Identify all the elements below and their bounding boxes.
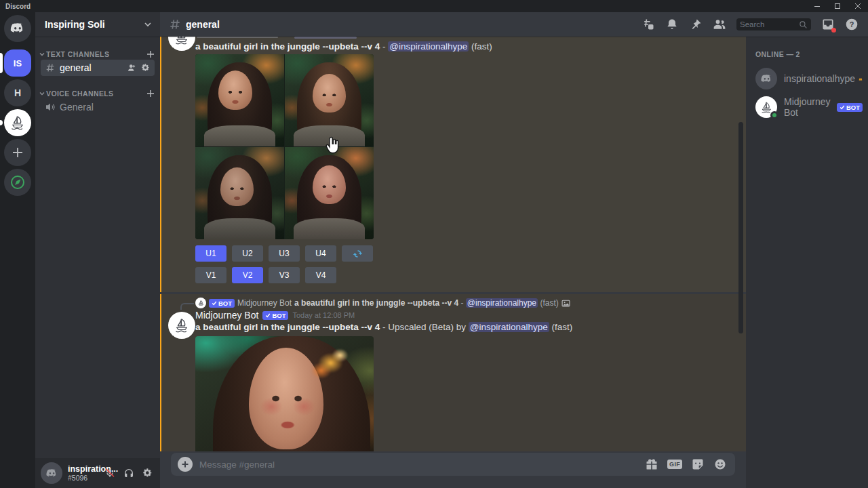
reply-spine [180,303,194,310]
message-author[interactable]: Midjourney Bot [195,310,258,321]
member-name: inspirationalhype [784,73,855,84]
help-icon[interactable]: ? [845,18,859,31]
svg-text:?: ? [850,20,854,28]
server-initials: H [14,87,21,98]
gift-icon[interactable] [645,458,658,471]
emoji-picker-icon[interactable] [713,458,727,471]
minimize-icon[interactable] [807,0,827,12]
user-settings-button[interactable] [140,465,156,481]
voice-channel-general[interactable]: General [41,99,155,115]
midjourney-bot-avatar[interactable] [168,312,195,339]
member-inspirationalhype[interactable]: inspirationalhype [755,65,863,92]
channel-name: General [60,102,94,113]
reroll-button[interactable] [342,245,373,262]
search-box[interactable] [736,18,811,30]
server-icon-h[interactable]: H [4,79,31,106]
reroll-arrows-icon [353,249,363,259]
midjourney-bot-mini-avatar [195,298,206,308]
bot-badge: BOT [262,311,288,320]
channel-sidebar: Inspiring Soli TEXT CHANNELS general VOI… [35,12,160,488]
clipped-header-fragment [197,37,278,38]
deafen-button[interactable] [121,465,137,481]
selected-server-pill [0,53,3,73]
channel-title: general [186,19,220,30]
window-titlebar: Discord [0,0,868,12]
image-attachment-icon [561,299,570,308]
search-input[interactable] [740,20,799,28]
user-mention[interactable]: @inspirationalhype [469,322,549,332]
midjourney-bot-avatar[interactable] [168,37,195,51]
server-icon-midjourney[interactable] [4,109,31,136]
invite-people-icon[interactable] [127,63,137,73]
channel-settings-gear-icon[interactable] [141,63,151,73]
section-chevron-icon [39,52,45,57]
window-title: Discord [5,3,31,10]
reply-author[interactable]: Midjourney Bot [237,298,292,308]
gear-icon [142,468,153,479]
reply-context[interactable]: BOT Midjourney Bot a beautiful girl in t… [195,298,570,308]
upscale-button-u3[interactable]: U3 [269,245,300,262]
user-mention[interactable]: @inspirationalhype [388,41,469,52]
member-list: ONLINE — 2 inspirationalhype Midjourney … [746,37,868,488]
message-midjourney-upscaled: BOT Midjourney Bot a beautiful girl in t… [160,294,746,451]
variation-button-v2[interactable]: V2 [232,267,263,283]
variation-button-v3[interactable]: V3 [269,267,300,283]
channel-item-general[interactable]: general [41,60,155,76]
voice-channels-label: VOICE CHANNELS [46,89,114,98]
inbox-icon[interactable] [821,18,835,31]
gif-picker-icon[interactable]: GIF [667,460,682,469]
reply-prompt: a beautiful girl in the junggle --upbeta… [294,298,458,308]
user-avatar[interactable] [41,462,62,484]
upscale-button-u2[interactable]: U2 [232,245,263,262]
variation-button-v4[interactable]: V4 [305,267,336,283]
server-icon-inspiring-soli[interactable]: IS [4,49,31,77]
upscale-button-u4[interactable]: U4 [305,245,336,262]
chat-scrollbar[interactable] [738,122,743,333]
composer-area: GIF [160,453,746,488]
plus-icon [12,146,24,159]
close-icon[interactable] [848,0,868,12]
midjourney-grid-image[interactable] [195,54,374,239]
upscaled-image[interactable] [195,336,374,451]
message-composer[interactable]: GIF [171,453,735,476]
server-name: Inspiring Soli [45,19,105,30]
member-avatar [755,96,777,118]
create-channel-icon[interactable] [146,50,155,58]
mute-microphone-button[interactable] [102,465,118,481]
create-channel-icon[interactable] [146,89,155,98]
add-server-button[interactable] [4,139,31,166]
inbox-notification-dot [831,28,836,33]
check-icon [265,312,271,318]
discord-logo-icon [760,73,773,85]
channel-header: general ? [160,12,868,37]
message-midjourney-grid: a beautiful girl in the junggle --upbeta… [160,37,746,292]
generated-portrait-1 [195,54,284,146]
maximize-icon[interactable] [827,0,848,12]
member-midjourney-bot[interactable]: Midjourney Bot BOT [755,94,863,121]
home-button[interactable] [4,15,31,42]
notifications-bell-icon[interactable] [665,18,679,31]
attach-plus-icon[interactable] [178,457,193,472]
headphones-icon [123,468,134,479]
sticker-picker-icon[interactable] [691,458,705,471]
upscaled-portrait [195,336,374,451]
message-timestamp: Today at 12:08 PM [292,311,355,319]
pinned-messages-icon[interactable] [689,18,703,31]
user-discriminator: #5096 [68,474,99,482]
member-avatar [755,68,777,89]
message-list: a beautiful girl in the junggle --upbeta… [160,37,746,488]
section-chevron-icon [39,91,45,96]
current-username[interactable]: inspiration... [68,465,99,474]
user-mention[interactable]: @inspirationalhype [466,298,538,308]
message-input[interactable] [199,460,645,470]
member-list-icon[interactable] [713,18,726,31]
variation-button-v1[interactable]: V1 [195,267,226,283]
online-header: ONLINE — 2 [755,50,863,58]
explore-servers-button[interactable] [4,169,31,196]
server-header[interactable]: Inspiring Soli [35,12,160,37]
threads-icon[interactable] [642,18,655,31]
voice-channels-section[interactable]: VOICE CHANNELS [39,89,155,98]
text-channels-section[interactable]: TEXT CHANNELS [39,50,155,58]
server-rail: IS H [0,12,35,488]
upscale-button-u1[interactable]: U1 [195,245,226,262]
